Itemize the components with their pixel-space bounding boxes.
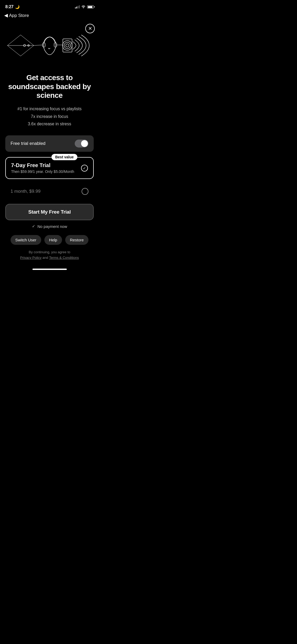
wifi-icon <box>81 5 86 9</box>
status-bar: 8:27 🌙 <box>0 0 99 12</box>
terms-conditions-link[interactable]: Terms & Conditions <box>49 256 79 260</box>
trial-toggle-switch[interactable] <box>75 140 88 148</box>
toggle-knob <box>81 140 88 147</box>
home-bar <box>32 269 67 270</box>
bottom-buttons: Switch User Help Restore <box>5 235 94 245</box>
moon-icon: 🌙 <box>15 5 20 9</box>
annual-plan-desc: Then $59.99/1 year. Only $5.00/Month <box>11 169 74 174</box>
restore-button[interactable]: Restore <box>65 235 89 245</box>
legal-text: By continuing, you agree to Privacy Poli… <box>5 250 94 261</box>
svg-line-1 <box>7 35 21 45</box>
feature-2: 7x increase in focus <box>5 113 94 121</box>
annual-plan-name: 7-Day Free Trial <box>11 162 74 168</box>
feature-3: 3.6x decrease in stress <box>5 120 94 128</box>
main-content: Get access to soundscapes backed by scie… <box>0 73 99 261</box>
annual-plan-card[interactable]: Best value 7-Day Free Trial Then $59.99/… <box>5 157 94 179</box>
back-chevron-icon: ◀ <box>4 12 8 18</box>
trial-toggle-row: Free trial enabled <box>5 135 94 152</box>
app-store-back-button[interactable]: ◀ App Store <box>4 13 29 18</box>
svg-point-11 <box>64 42 70 49</box>
monthly-plan-radio[interactable] <box>82 188 88 195</box>
battery-icon <box>87 5 94 8</box>
status-right <box>75 5 94 9</box>
signal-icon <box>75 5 80 8</box>
time: 8:27 <box>5 4 13 9</box>
features-list: #1 for increasing focus vs playlists 7x … <box>5 105 94 128</box>
feature-1: #1 for increasing focus vs playlists <box>5 105 94 113</box>
best-value-badge: Best value <box>51 154 77 160</box>
checkmark-icon: ✓ <box>32 224 35 229</box>
svg-line-3 <box>21 35 34 45</box>
close-button[interactable]: ✕ <box>85 24 95 33</box>
annual-plan-row: 7-Day Free Trial Then $59.99/1 year. Onl… <box>11 162 88 174</box>
nav-bar: ◀ App Store <box>0 12 99 20</box>
svg-line-2 <box>7 45 21 56</box>
headline: Get access to soundscapes backed by scie… <box>5 73 94 100</box>
svg-line-13 <box>34 45 43 45</box>
status-left: 8:27 🌙 <box>5 4 20 9</box>
legal-line1: By continuing, you agree to <box>29 250 70 254</box>
close-icon: ✕ <box>88 26 92 31</box>
annual-plan-info: 7-Day Free Trial Then $59.99/1 year. Onl… <box>11 162 74 174</box>
help-button[interactable]: Help <box>44 235 62 245</box>
svg-point-12 <box>66 44 69 47</box>
svg-line-4 <box>21 45 34 56</box>
monthly-plan-name: 1 month, $9.99 <box>11 189 40 194</box>
start-trial-button[interactable]: Start My Free Trial <box>5 204 94 220</box>
switch-user-button[interactable]: Switch User <box>11 235 41 245</box>
back-label: App Store <box>9 13 29 18</box>
no-payment-notice: ✓ No payment now <box>5 224 94 229</box>
no-payment-text: No payment now <box>37 224 67 229</box>
monthly-plan-row[interactable]: 1 month, $9.99 <box>5 183 94 200</box>
annual-plan-radio[interactable] <box>81 165 88 172</box>
privacy-policy-link[interactable]: Privacy Policy <box>20 256 41 260</box>
trial-toggle-label: Free trial enabled <box>11 141 45 146</box>
hero-illustration <box>0 20 99 73</box>
home-indicator <box>0 266 99 272</box>
legal-and-text: and <box>43 256 48 260</box>
